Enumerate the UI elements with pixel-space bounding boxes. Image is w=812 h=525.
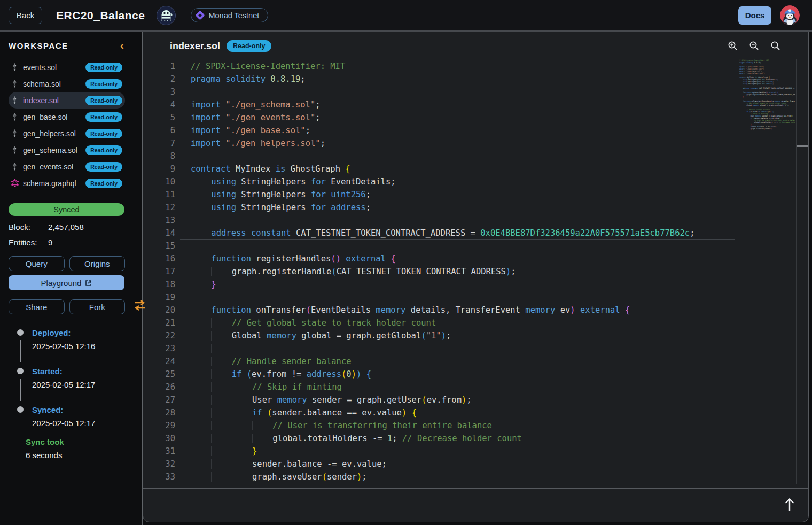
solidity-file-icon [11, 96, 19, 105]
fork-button[interactable]: Fork [69, 299, 126, 314]
block-stat: Block: 2,457,058 [9, 222, 125, 231]
sidebar-item-schema-graphql[interactable]: schema.graphqlRead-only [9, 175, 125, 191]
code-text: } [191, 278, 216, 291]
code-text: function registerHandles() external { [191, 252, 396, 265]
code-text: function onTransfer(EventDetails memory … [191, 304, 630, 316]
line-number: 24 [143, 355, 175, 368]
code-line: 22 Global memory global = graph.getGloba… [739, 104, 795, 106]
timeline-dot [17, 368, 24, 374]
solidity-file-icon [11, 129, 19, 138]
sidebar-item-gen_base-sol[interactable]: gen_base.solRead-only [9, 109, 125, 125]
code-text: User memory sender = graph.getUser(ev.fr… [191, 393, 472, 406]
playground-button[interactable]: Playground [9, 275, 124, 290]
top-bar: Back ERC20_Balance Monad Testnet Docs [0, 0, 812, 32]
graphql-file-icon [11, 179, 19, 187]
line-number: 22 [143, 329, 175, 342]
code-text: if (ev.from != address(0)) { [191, 368, 371, 381]
code-line: 23 [143, 342, 808, 355]
code-text: graph.saveUser(sender); [739, 128, 772, 130]
timeline-connector [20, 340, 21, 362]
block-value: 2,457,058 [48, 222, 84, 231]
code-text: address constant CAT_TESTNET_TOKEN_CONTR… [739, 87, 795, 89]
line-number: 30 [143, 432, 175, 445]
playground-label: Playground [41, 279, 82, 288]
line-number: 2 [143, 73, 175, 86]
code-text: import "./gen_events.sol"; [191, 111, 321, 124]
code-text: sender.balance -= ev.value; [191, 458, 387, 470]
code-line: 17 graph.registerHandle(CAT_TESTNET_TOKE… [143, 265, 808, 278]
line-number: 10 [143, 175, 175, 188]
code-line: 21 // Get global state to track holder c… [143, 316, 808, 329]
code-line: 15 [143, 240, 808, 252]
timeline-connector [20, 379, 21, 401]
timeline-dot [17, 329, 24, 336]
code-line: 3 [143, 86, 808, 98]
network-badge: Monad Testnet [191, 8, 268, 22]
code-text: global.totalHolders -= 1; // Decrease ho… [191, 432, 522, 445]
file-name: schema.sol [23, 80, 61, 88]
sidebar-item-gen_helpers-sol[interactable]: gen_helpers.solRead-only [9, 125, 125, 142]
origins-button[interactable]: Origins [69, 256, 126, 271]
query-button[interactable]: Query [9, 256, 65, 271]
collapse-sidebar-icon[interactable]: ‹ [120, 42, 124, 50]
network-badge-label: Monad Testnet [208, 11, 259, 20]
zoom-in-icon[interactable] [728, 41, 738, 51]
code-text: graph.registerHandle(CAT_TESTNET_TOKEN_C… [191, 265, 516, 278]
code-line: 27 User memory sender = graph.getUser(ev… [143, 393, 808, 406]
code-line: 18 } [143, 278, 808, 291]
code-line: 4import "./gen_schema.sol"; [143, 98, 808, 111]
code-text: // SPDX-License-Identifier: MIT [191, 60, 345, 73]
code-line: 14 address constant CAT_TESTNET_TOKEN_CO… [739, 87, 795, 89]
line-number: 27 [143, 393, 175, 406]
back-button[interactable]: Back [9, 7, 42, 24]
docs-button[interactable]: Docs [738, 6, 771, 25]
code-line: 10 using StringHelpers for EventDetails; [143, 175, 808, 188]
code-editor: indexer.sol Read-only [143, 32, 808, 489]
file-name: schema.graphql [23, 179, 76, 188]
solidity-file-icon [11, 163, 19, 171]
share-button[interactable]: Share [9, 299, 65, 314]
sidebar-item-events-sol[interactable]: events.solRead-only [9, 59, 125, 75]
sidebar-item-indexer-sol[interactable]: indexer.solRead-only [9, 92, 125, 109]
code-text: using StringHelpers for address; [191, 201, 371, 214]
code-text: using StringHelpers for address; [739, 83, 774, 85]
scroll-to-top-button[interactable] [784, 497, 795, 514]
readonly-badge: Read-only [85, 162, 122, 172]
timeline-label: Deployed: [32, 328, 125, 337]
file-name: gen_helpers.sol [23, 129, 76, 138]
line-number: 17 [143, 265, 175, 278]
line-number: 28 [143, 406, 175, 419]
editor-scrollbar-thumb[interactable] [797, 145, 808, 147]
code-text: graph.saveUser(sender); [191, 470, 367, 483]
code-text: pragma solidity 0.8.19; [191, 73, 306, 86]
zoom-out-icon[interactable] [749, 41, 760, 51]
sync-status-button[interactable]: Synced [9, 203, 124, 216]
code-line: 31 } [143, 445, 808, 458]
line-number: 15 [143, 240, 175, 252]
sidebar-item-gen_schema-sol[interactable]: gen_schema.solRead-only [9, 142, 125, 158]
editor-panel: indexer.sol Read-only [143, 32, 809, 522]
line-number: 13 [143, 214, 175, 227]
code-text: // Handle sender balance [191, 355, 352, 368]
code-text: graph.registerHandle(CAT_TESTNET_TOKEN_C… [739, 94, 795, 96]
code-line: 22 Global memory global = graph.getGloba… [143, 329, 808, 342]
bottom-strip [143, 489, 808, 522]
solidity-file-icon [11, 63, 19, 72]
line-number: 21 [143, 316, 175, 329]
minimap[interactable]: 1// SPDX-License-Identifier: MIT2pragma … [739, 59, 795, 134]
line-number: 9 [143, 163, 175, 175]
code-line: 16 function registerHandles() external { [143, 252, 808, 265]
line-number: 25 [143, 368, 175, 381]
sidebar-item-gen_events-sol[interactable]: gen_events.solRead-only [9, 158, 125, 175]
deploy-timeline: Deployed:2025-02-05 12:16Started:2025-02… [9, 328, 125, 428]
readonly-badge: Read-only [85, 79, 122, 89]
editor-scrollbar-track [796, 59, 797, 484]
sidebar-item-schema-sol[interactable]: schema.solRead-only [9, 75, 125, 92]
search-icon[interactable] [770, 41, 781, 51]
user-avatar[interactable] [780, 5, 800, 25]
sidebar-resize-handle-icon[interactable] [133, 299, 147, 311]
code-line: 20 function onTransfer(EventDetails memo… [143, 304, 808, 316]
sync-took-value: 6 seconds [26, 451, 125, 460]
page-title: ERC20_Balance [56, 9, 145, 22]
readonly-badge: Read-only [85, 96, 122, 105]
